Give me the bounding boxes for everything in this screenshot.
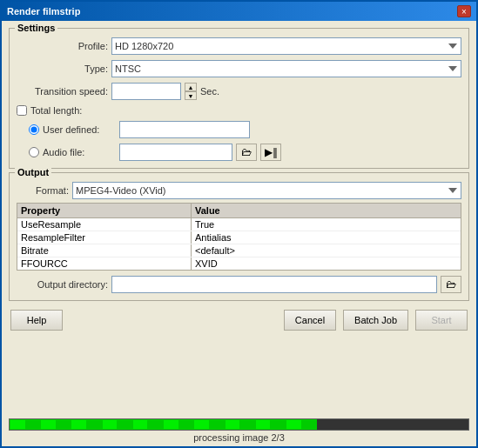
- main-window: Render filmstrip × Settings Profile: HD …: [0, 0, 478, 448]
- audio-file-radio[interactable]: [29, 147, 39, 157]
- settings-group-label: Settings: [15, 23, 57, 33]
- format-row: Format: MPEG4-Video (XVid): [17, 182, 461, 199]
- output-directory-row: Output directory: C:\Documents and Setti…: [17, 276, 461, 293]
- prop-header-row: Property Value: [17, 204, 461, 218]
- audio-play-button[interactable]: ▶‖: [260, 144, 281, 161]
- prop-name-3: FFOURCC: [17, 257, 192, 270]
- audio-file-controls: 🗁 ▶‖: [119, 144, 281, 161]
- output-group-label: Output: [15, 167, 51, 177]
- table-row: UseResample True: [17, 218, 461, 231]
- start-button[interactable]: Start: [415, 310, 468, 331]
- audio-folder-button[interactable]: 🗁: [236, 144, 257, 161]
- prop-value-0: True: [192, 218, 461, 231]
- type-row: Type: NTSC: [17, 60, 461, 77]
- table-row: Bitrate <default>: [17, 244, 461, 257]
- output-folder-button[interactable]: 🗁: [441, 276, 461, 293]
- progress-bar-fill: [10, 419, 317, 430]
- help-button[interactable]: Help: [10, 310, 63, 331]
- play-pause-icon: ▶‖: [265, 146, 278, 158]
- cancel-button[interactable]: Cancel: [284, 310, 336, 331]
- progress-status: processing image 2/3: [9, 431, 469, 446]
- audio-file-label: Audio file:: [43, 147, 116, 157]
- transition-unit: Sec.: [200, 86, 219, 97]
- format-label: Format:: [17, 185, 69, 196]
- properties-table: Property Value UseResample True Resample…: [17, 203, 461, 271]
- prop-name-1: ResampleFilter: [17, 231, 192, 244]
- prop-header-value: Value: [192, 204, 461, 217]
- profile-select[interactable]: HD 1280x720: [111, 37, 461, 55]
- transition-speed-input[interactable]: 1.0: [111, 83, 181, 100]
- total-length-label: Total length:: [30, 105, 82, 116]
- prop-value-3: XVID: [192, 257, 461, 270]
- folder-icon: 🗁: [241, 146, 252, 158]
- user-defined-label: User defined:: [43, 124, 116, 135]
- table-row: ResampleFilter Antialias: [17, 231, 461, 244]
- prop-header-name: Property: [17, 204, 192, 217]
- user-defined-radio[interactable]: [29, 124, 39, 135]
- audio-file-row: Audio file: 🗁 ▶‖: [29, 144, 461, 161]
- audio-file-input[interactable]: [119, 144, 232, 161]
- button-row: Help Cancel Batch Job Start: [9, 310, 469, 331]
- right-buttons: Cancel Batch Job Start: [284, 310, 468, 331]
- type-select[interactable]: NTSC: [111, 60, 461, 77]
- total-length-checkbox[interactable]: [17, 105, 27, 116]
- spinner-up[interactable]: ▲: [185, 83, 197, 91]
- table-row: FFOURCC XVID: [17, 257, 461, 270]
- prop-name-2: Bitrate: [17, 244, 192, 257]
- format-select[interactable]: MPEG4-Video (XVid): [72, 182, 461, 199]
- prop-value-1: Antialias: [192, 231, 461, 244]
- transition-speed-label: Transition speed:: [17, 86, 108, 97]
- spinner-down[interactable]: ▼: [185, 91, 197, 100]
- prop-value-2: <default>: [192, 244, 461, 257]
- output-group: Output Format: MPEG4-Video (XVid) Proper…: [9, 172, 469, 301]
- transition-speed-spinner: ▲ ▼: [185, 83, 197, 100]
- progress-container: processing image 2/3: [2, 415, 476, 446]
- prop-name-0: UseResample: [17, 218, 192, 231]
- user-defined-row: User defined: 00:00:03: [29, 121, 461, 138]
- transition-speed-row: Transition speed: 1.0 ▲ ▼ Sec.: [17, 83, 461, 100]
- output-directory-input[interactable]: C:\Documents and Settings\: [111, 276, 437, 293]
- user-defined-input[interactable]: 00:00:03: [119, 121, 250, 138]
- type-label: Type:: [17, 64, 108, 74]
- output-directory-label: Output directory:: [17, 279, 108, 290]
- close-button[interactable]: ×: [457, 5, 471, 17]
- output-folder-icon: 🗁: [446, 278, 456, 291]
- total-length-row: Total length:: [17, 105, 461, 116]
- profile-row: Profile: HD 1280x720: [17, 37, 461, 55]
- progress-bar-wrap: [9, 418, 469, 431]
- profile-label: Profile:: [17, 41, 108, 51]
- batch-job-button[interactable]: Batch Job: [343, 310, 408, 331]
- title-bar: Render filmstrip ×: [2, 2, 476, 21]
- window-title: Render filmstrip: [7, 6, 80, 17]
- dialog-content: Settings Profile: HD 1280x720 Type: NTSC…: [2, 21, 476, 415]
- settings-group: Settings Profile: HD 1280x720 Type: NTSC…: [9, 28, 469, 169]
